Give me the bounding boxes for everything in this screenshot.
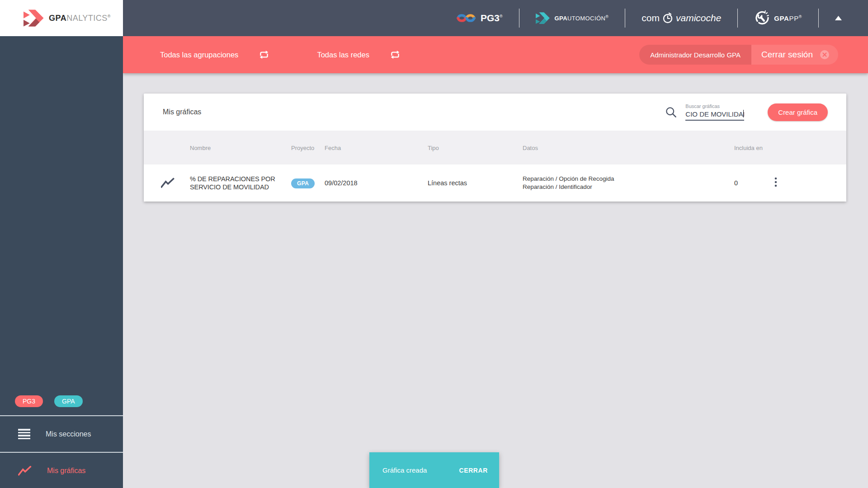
networks-filter[interactable]: Todas las redes [317,49,401,61]
page-title: Mis gráficas [163,108,201,116]
create-chart-button[interactable]: Crear gráfica [768,103,828,121]
topbar-divider [519,9,519,28]
gpapp-wrench-icon [754,10,769,26]
date-cell: 09/02/2018 [325,179,358,187]
sidebar: PG3 GPA Mis secciones Mis gráficas [0,36,123,488]
sidebar-item-mis-secciones[interactable]: Mis secciones [0,416,123,452]
column-header-proyecto: Proyecto [291,144,314,151]
app-screen: GPANALYTICS® PG3® GPAUTOMOCIÓN® [0,0,868,488]
included-in-cell: 0 [734,179,738,187]
filter-bar: Todas las agrupaciones Todas las redes A… [123,36,868,73]
logout-label: Cerrar sesión [761,50,813,60]
chart-name-line1: % DE REPARACIONES POR [190,175,275,183]
text-caret [743,110,744,117]
card-actions: Buscar gráficas Crear gráfica [665,103,828,121]
data-cell: Reparación / Opción de Recogida Reparaci… [523,175,614,191]
data-line2: Reparación / Identificador [523,183,614,191]
topbar-divider [737,9,738,28]
column-header-incluida-en: Incluida en [734,144,763,151]
type-cell: Líneas rectas [428,179,467,187]
column-header-tipo: Tipo [428,144,439,151]
pg3-badge[interactable]: PG3 [15,395,43,407]
groupings-filter[interactable]: Todas las agrupaciones [160,49,270,61]
search-icon [665,106,677,118]
pg3-infinity-icon [456,11,476,25]
sidebar-item-label: Mis secciones [46,430,91,438]
sidebar-badges: PG3 GPA [15,395,83,407]
topbar-divider [818,9,819,28]
card-titlebar: Mis gráficas Buscar gráficas Crear gráfi… [144,94,846,131]
sections-menu-icon [18,429,30,439]
gpanalytics-arrow-icon [24,9,44,28]
clock-icon [662,12,674,24]
sidebar-item-mis-graficas[interactable]: Mis gráficas [0,453,123,488]
swap-icon [258,49,270,61]
networks-filter-label: Todas las redes [317,51,369,59]
compravamicoche-label-left: com [642,13,660,23]
groupings-filter-label: Todas las agrupaciones [160,51,238,59]
data-line1: Reparación / Opción de Recogida [523,175,614,183]
close-circle-icon [819,49,830,60]
table-row[interactable]: % DE REPARACIONES POR SERVICIO DE MOVILI… [144,164,846,202]
column-header-datos: Datos [523,144,538,151]
logged-user-label: Administrador Desarrollo GPA [639,45,751,65]
search-field-label: Buscar gráficas [685,103,744,109]
triangle-up-icon [835,16,842,20]
search-field: Buscar gráficas [685,103,744,121]
column-header-fecha: Fecha [325,144,341,151]
toast-notification: Gráfica creada CERRAR [369,452,499,488]
user-session-pill: Administrador Desarrollo GPA Cerrar sesi… [639,45,838,65]
brand-name: GPANALYTICS® [49,14,111,23]
swap-icon [389,49,401,61]
topbar-divider [625,9,625,28]
toast-close-button[interactable]: CERRAR [459,467,488,474]
gpautomocion-arrow-icon [536,12,550,24]
chart-name-cell: % DE REPARACIONES POR SERVICIO DE MOVILI… [190,175,275,191]
search-input[interactable] [685,110,744,121]
collapse-topbar-button[interactable] [835,16,842,20]
compravamicoche-label-right: vamicoche [676,13,721,23]
line-chart-icon [161,178,175,188]
kebab-menu-icon [774,177,778,188]
chart-name-line2: SERVICIO DE MOVILIDAD [190,183,275,191]
gpautomocion-label: GPAUTOMOCIÓN® [555,14,609,22]
gpa-badge[interactable]: GPA [54,395,83,407]
project-cell: GPA [291,179,315,187]
gpapp-label: GPAPP® [774,14,802,22]
gpautomocion-app-logo[interactable]: GPAUTOMOCIÓN® [536,12,609,24]
toast-message: Gráfica creada [382,466,427,474]
logout-button[interactable]: Cerrar sesión [751,45,838,65]
compravamicoche-app-logo[interactable]: com vamicoche [642,12,721,24]
column-header-nombre: Nombre [190,144,211,151]
line-chart-icon [18,466,32,476]
project-badge: GPA [291,178,315,188]
pg3-app-logo[interactable]: PG3® [456,11,503,25]
pg3-label: PG3® [481,13,503,23]
sidebar-item-label: Mis gráficas [47,467,85,475]
gpanalytics-logo[interactable]: GPANALYTICS® [0,0,123,36]
mis-graficas-card: Mis gráficas Buscar gráficas Crear gráfi… [144,94,846,202]
gpapp-app-logo[interactable]: GPAPP® [754,10,802,26]
row-menu-button[interactable] [772,175,779,191]
table-header: Nombre Proyecto Fecha Tipo Datos Incluid… [144,131,846,164]
top-app-bar: PG3® GPAUTOMOCIÓN® com vamicoche [123,0,868,36]
